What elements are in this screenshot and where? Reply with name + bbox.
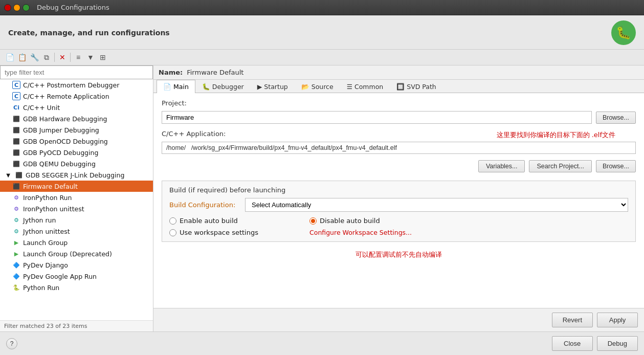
tab-source-label: Source bbox=[312, 83, 334, 91]
new-proto-btn[interactable]: 🔧 bbox=[29, 52, 40, 63]
right-panel: Name: Firmware Default 📄 Main 🐛 Debugger… bbox=[153, 65, 644, 331]
tree-item-pydev-django[interactable]: 🔷 PyDev Django bbox=[0, 259, 153, 271]
tree-item-gdb-pyocd[interactable]: ⬛ GDB PyOCD Debugging bbox=[0, 147, 153, 158]
expand-icon: ▼ bbox=[4, 171, 12, 179]
collapse-btn[interactable]: ≡ bbox=[73, 52, 84, 63]
tab-source[interactable]: 📂 Source bbox=[295, 80, 340, 93]
gdb-icon: ⬛ bbox=[12, 126, 20, 134]
duplicate-btn[interactable]: ⧉ bbox=[41, 52, 52, 63]
tree-item-label: C/C++ Unit bbox=[23, 104, 60, 112]
name-bar: Name: Firmware Default bbox=[153, 65, 644, 80]
filter-btn[interactable]: ▼ bbox=[85, 52, 96, 63]
pydev-icon: 🔷 bbox=[12, 272, 20, 280]
filter-input[interactable] bbox=[0, 65, 153, 79]
tab-common[interactable]: ☰ Common bbox=[340, 80, 390, 93]
app-browse-btn[interactable]: Browse... bbox=[596, 160, 636, 172]
disable-auto-build-circle[interactable] bbox=[309, 217, 317, 225]
tree-item-label: Jython run bbox=[23, 216, 56, 224]
gdb-icon: ⬛ bbox=[15, 171, 23, 179]
tree-item-ironpython-run[interactable]: ⚙ IronPython Run bbox=[0, 192, 153, 203]
window-controls[interactable] bbox=[4, 4, 30, 11]
gdb-icon: ⬛ bbox=[12, 137, 20, 145]
bug-icon: 🐛 bbox=[611, 20, 636, 45]
debug-btn[interactable]: Debug bbox=[597, 336, 638, 351]
main-window: Create, manage, and run configurations 🐛… bbox=[0, 15, 644, 355]
close-btn[interactable]: Close bbox=[552, 336, 593, 351]
tree-item-gdb-hardware[interactable]: ⬛ GDB Hardware Debugging bbox=[0, 113, 153, 124]
tree-item-label: PyDev Google App Run bbox=[23, 273, 97, 280]
tree-item-ironpython-unittest[interactable]: ⚙ IronPython unittest bbox=[0, 203, 153, 214]
app-path-field[interactable] bbox=[162, 142, 636, 154]
bottom-bar-left: ? bbox=[6, 336, 548, 351]
tree-list: C C/C++ Postmortem Debugger C C/C++ Remo… bbox=[0, 79, 153, 320]
tree-item-gdb-jumper[interactable]: ⬛ GDB Jumper Debugging bbox=[0, 124, 153, 136]
revert-btn[interactable]: Revert bbox=[552, 313, 593, 327]
build-config-select[interactable]: Select Automatically bbox=[245, 198, 628, 212]
left-panel: C C/C++ Postmortem Debugger C C/C++ Remo… bbox=[0, 65, 153, 331]
tab-common-icon: ☰ bbox=[347, 83, 352, 91]
tree-item-pydev-google[interactable]: 🔷 PyDev Google App Run bbox=[0, 271, 153, 282]
new-config-alt-btn[interactable]: 📋 bbox=[16, 52, 28, 63]
tab-main[interactable]: 📄 Main bbox=[157, 80, 195, 93]
apply-btn[interactable]: Apply bbox=[597, 313, 638, 327]
tree-item-label: Jython unittest bbox=[23, 228, 70, 235]
app-section-label: C/C++ Application: bbox=[162, 130, 226, 138]
tree-item-cpp-postmortem[interactable]: C C/C++ Postmortem Debugger bbox=[0, 79, 153, 91]
tab-svd-icon: 🔲 bbox=[396, 83, 405, 91]
use-workspace-label: Use workspace settings bbox=[180, 229, 258, 236]
tree-item-label: C/C++ Remote Application bbox=[23, 93, 109, 100]
tree-item-gdb-qemu[interactable]: ⬛ GDB QEMU Debugging bbox=[0, 158, 153, 169]
tree-item-launch-group[interactable]: ▶ Launch Group bbox=[0, 237, 153, 248]
tab-startup[interactable]: ▶ Startup bbox=[251, 80, 295, 93]
python-icon: 🐍 bbox=[12, 283, 20, 292]
close-window-btn[interactable] bbox=[4, 4, 11, 11]
delete-btn[interactable]: ✕ bbox=[57, 52, 68, 63]
configure-workspace-link[interactable]: Configure Workspace Settings... bbox=[309, 229, 412, 236]
new-config-btn[interactable]: 📄 bbox=[4, 52, 15, 63]
tree-item-label: Firmware Default bbox=[23, 183, 78, 190]
tree-item-jython-run[interactable]: ⚙ Jython run bbox=[0, 214, 153, 226]
build-group-title: Build (if required) before launching bbox=[169, 186, 628, 194]
tree-item-launch-group-deprecated[interactable]: ▶ Launch Group (Deprecated) bbox=[0, 248, 153, 259]
project-section-label: Project: bbox=[162, 99, 636, 107]
enable-auto-build-circle[interactable] bbox=[169, 217, 176, 225]
annotation-compile: 可以配置调试前不先自动编译 bbox=[356, 250, 442, 259]
c-icon: C bbox=[12, 92, 20, 100]
project-browse-btn[interactable]: Browse... bbox=[596, 112, 636, 124]
tree-item-python-run[interactable]: 🐍 Python Run bbox=[0, 282, 153, 293]
tree-item-gdb-openocd[interactable]: ⬛ GDB OpenOCD Debugging bbox=[0, 136, 153, 147]
tree-item-cpp-unit[interactable]: Ci C/C++ Unit bbox=[0, 102, 153, 113]
tree-item-label: PyDev Django bbox=[23, 261, 68, 269]
tree-item-label: IronPython Run bbox=[23, 194, 72, 202]
use-workspace-circle[interactable] bbox=[169, 229, 176, 236]
tree-item-cpp-remote[interactable]: C C/C++ Remote Application bbox=[0, 91, 153, 102]
tree-item-label: GDB Jumper Debugging bbox=[23, 126, 99, 134]
variables-btn[interactable]: Variables... bbox=[478, 160, 525, 172]
tab-common-label: Common bbox=[354, 83, 383, 91]
build-config-label: Build Configuration: bbox=[169, 201, 241, 209]
tree-item-jython-unittest[interactable]: ⚙ Jython unittest bbox=[0, 226, 153, 237]
tree-item-label: GDB Hardware Debugging bbox=[23, 115, 107, 123]
build-config-row: Build Configuration: Select Automaticall… bbox=[169, 198, 628, 212]
tab-svd-path[interactable]: 🔲 SVD Path bbox=[390, 80, 443, 93]
enable-auto-build-radio[interactable]: Enable auto build bbox=[169, 217, 258, 225]
search-project-btn[interactable]: Search Project... bbox=[529, 160, 591, 172]
expand-btn[interactable]: ⊞ bbox=[97, 52, 108, 63]
c-unit-icon: Ci bbox=[12, 103, 20, 112]
help-btn[interactable]: ? bbox=[6, 338, 17, 349]
filter-status: Filter matched 23 of 23 items bbox=[0, 320, 153, 331]
minimize-window-btn[interactable] bbox=[13, 4, 20, 11]
annotation-elf: 这里要找到你编译的目标下面的 .elf文件 bbox=[497, 130, 615, 140]
tree-item-label: Python Run bbox=[23, 284, 59, 292]
tree-item-firmware-default[interactable]: ⬛ Firmware Default bbox=[0, 181, 153, 192]
use-workspace-radio[interactable]: Use workspace settings bbox=[169, 229, 258, 236]
pydev-icon: 🔷 bbox=[12, 261, 20, 269]
tab-debugger[interactable]: 🐛 Debugger bbox=[195, 80, 251, 93]
gdb-icon: ⬛ bbox=[12, 115, 20, 123]
tree-item-gdb-segger[interactable]: ▼ ⬛ GDB SEGGER J-Link Debugging bbox=[0, 169, 153, 181]
project-field[interactable] bbox=[162, 111, 592, 124]
disable-auto-build-radio[interactable]: Disable auto build bbox=[309, 217, 412, 225]
maximize-window-btn[interactable] bbox=[23, 4, 30, 11]
tree-item-label: GDB OpenOCD Debugging bbox=[23, 138, 108, 145]
config-name-value: Firmware Default bbox=[187, 69, 243, 76]
